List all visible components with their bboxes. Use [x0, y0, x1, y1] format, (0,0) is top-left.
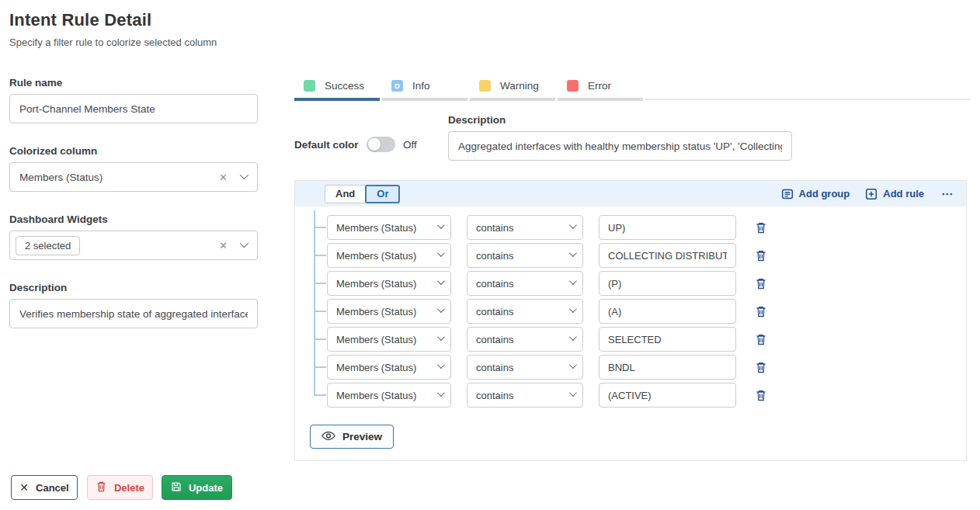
- trash-icon: [755, 249, 767, 262]
- clear-icon[interactable]: ✕: [211, 240, 235, 252]
- tab-label: Info: [412, 80, 430, 92]
- chevron-down-icon[interactable]: [240, 170, 248, 179]
- column-select[interactable]: Members (Status): [327, 327, 451, 352]
- color-tabs: Success D Info Warning Error: [294, 75, 971, 101]
- dashboard-widgets-select[interactable]: 2 selected ✕: [9, 231, 258, 260]
- add-rule-button[interactable]: Add rule: [865, 188, 924, 200]
- tab-label: Warning: [500, 80, 539, 92]
- rule-row: Members (Status) contains: [327, 355, 777, 380]
- trash-icon: [96, 481, 107, 495]
- chevron-down-icon: [437, 221, 445, 229]
- colorized-column-label: Colorized column: [9, 145, 97, 157]
- trash-icon: [755, 277, 767, 290]
- chevron-down-icon: [437, 389, 445, 397]
- value-input[interactable]: [599, 327, 736, 352]
- success-color-swatch: [304, 80, 315, 92]
- trash-icon: [755, 333, 767, 346]
- tab-info[interactable]: D Info: [382, 75, 467, 101]
- delete-rule-button[interactable]: [755, 388, 769, 402]
- column-select[interactable]: Members (Status): [327, 243, 451, 268]
- value-input[interactable]: [599, 271, 736, 296]
- column-select[interactable]: Members (Status): [327, 383, 451, 408]
- tab-description-label: Description: [448, 114, 506, 126]
- column-select[interactable]: Members (Status): [327, 271, 451, 296]
- rule-row: Members (Status) contains: [327, 299, 777, 324]
- add-group-button[interactable]: Add group: [781, 188, 850, 200]
- value-input[interactable]: [599, 355, 736, 380]
- save-icon: [171, 481, 182, 494]
- value-input[interactable]: [599, 215, 736, 240]
- chevron-down-icon: [437, 305, 445, 313]
- rule-name-input[interactable]: [9, 94, 258, 123]
- chevron-down-icon: [437, 249, 445, 257]
- delete-rule-button[interactable]: [755, 332, 769, 346]
- close-icon: ✕: [19, 481, 29, 494]
- default-color-label: Default color: [294, 139, 359, 151]
- value-input[interactable]: [599, 299, 736, 324]
- tree-branch: [314, 366, 326, 368]
- value-input[interactable]: [599, 383, 736, 408]
- update-button[interactable]: Update: [162, 475, 232, 500]
- colorized-column-select[interactable]: Members (Status) ✕: [9, 162, 258, 192]
- warning-color-swatch: [479, 80, 491, 92]
- trash-icon: [755, 305, 767, 318]
- delete-rule-button[interactable]: [755, 220, 769, 234]
- tree-branch: [314, 338, 326, 340]
- error-color-swatch: [567, 80, 579, 92]
- trash-icon: [755, 221, 767, 234]
- tab-success[interactable]: Success: [294, 75, 380, 101]
- rule-row: Members (Status) contains: [327, 243, 777, 268]
- page-subtitle: Specify a filter rule to colorize select…: [9, 36, 217, 48]
- chevron-down-icon: [569, 305, 577, 313]
- rule-name-label: Rule name: [9, 77, 62, 88]
- tree-branch: [314, 394, 326, 396]
- preview-button[interactable]: Preview: [310, 425, 394, 449]
- rule-builder-header: And Or Add group Add rule ⋯: [295, 181, 966, 206]
- operator-select[interactable]: contains: [467, 215, 583, 240]
- rule-row: Members (Status) contains: [327, 271, 777, 296]
- tab-description-input[interactable]: [448, 131, 792, 161]
- tree-connector-line: [314, 210, 315, 396]
- chevron-down-icon: [437, 333, 445, 341]
- chevron-down-icon: [569, 249, 577, 257]
- selected-count-chip: 2 selected: [16, 236, 80, 255]
- tab-error[interactable]: Error: [558, 75, 643, 101]
- operator-select[interactable]: contains: [467, 327, 583, 352]
- chevron-down-icon: [569, 333, 577, 341]
- delete-rule-button[interactable]: [755, 276, 769, 290]
- or-button[interactable]: Or: [365, 185, 400, 203]
- operator-select[interactable]: contains: [467, 243, 583, 268]
- operator-select[interactable]: contains: [467, 299, 583, 324]
- chevron-down-icon: [569, 389, 577, 397]
- chevron-down-icon[interactable]: [240, 238, 248, 247]
- rule-row: Members (Status) contains: [327, 327, 777, 352]
- column-select[interactable]: Members (Status): [327, 215, 451, 240]
- clear-icon[interactable]: ✕: [211, 172, 235, 183]
- description-input[interactable]: [9, 299, 258, 328]
- cancel-button[interactable]: ✕ Cancel: [11, 475, 78, 500]
- column-select[interactable]: Members (Status): [327, 299, 451, 324]
- delete-rule-button[interactable]: [755, 248, 769, 262]
- column-select[interactable]: Members (Status): [327, 355, 451, 380]
- logic-segmented-control: And Or: [325, 185, 400, 203]
- tree-branch: [314, 255, 326, 256]
- delete-rule-button[interactable]: [755, 360, 769, 374]
- operator-select[interactable]: contains: [467, 271, 583, 296]
- rule-row: Members (Status) contains: [327, 383, 777, 408]
- rule-row: Members (Status) contains: [327, 215, 777, 240]
- chevron-down-icon: [569, 277, 577, 285]
- default-color-toggle[interactable]: [367, 137, 395, 152]
- default-color-state: Off: [403, 139, 417, 151]
- delete-rule-button[interactable]: [755, 304, 769, 318]
- tab-warning[interactable]: Warning: [470, 75, 555, 101]
- trash-icon: [755, 389, 767, 402]
- description-label: Description: [9, 282, 67, 293]
- chevron-down-icon: [569, 361, 577, 369]
- operator-select[interactable]: contains: [467, 383, 583, 408]
- operator-select[interactable]: contains: [467, 355, 583, 380]
- and-button[interactable]: And: [325, 185, 366, 203]
- delete-button[interactable]: Delete: [87, 475, 153, 500]
- intent-rule-detail-page: Intent Rule Detail Specify a filter rule…: [0, 0, 980, 510]
- more-options-button[interactable]: ⋯: [940, 187, 955, 201]
- value-input[interactable]: [599, 243, 736, 268]
